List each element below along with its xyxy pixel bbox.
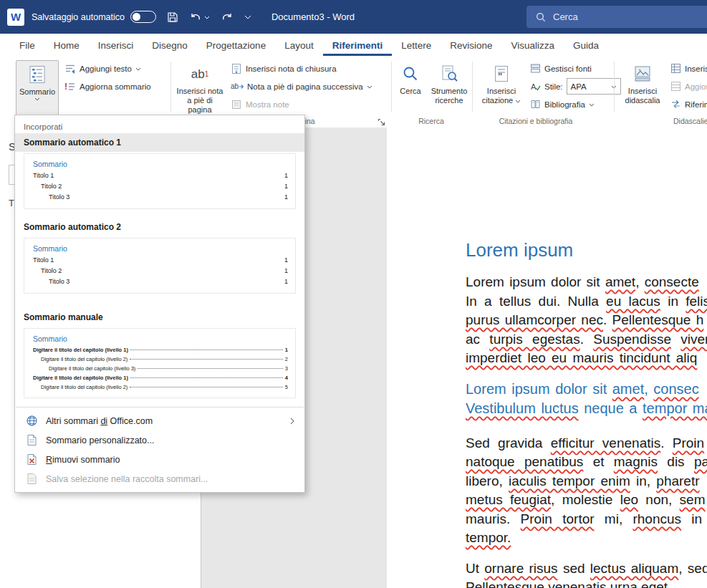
undo-button[interactable] <box>189 11 210 23</box>
toc-gallery-item-auto1[interactable]: Sommario automatico 1 SommarioTitolo 11T… <box>15 133 304 209</box>
didascalia-label-2: didascalia <box>625 96 660 105</box>
gestisci-fonti-label: Gestisci fonti <box>544 64 592 73</box>
chevron-down-icon <box>34 97 40 101</box>
inserisci-nota-button[interactable]: ab1 Inserisci nota a piè di pagina <box>176 60 223 115</box>
tab-disegno[interactable]: Disegno <box>143 34 197 56</box>
riferimento-incrociato-button[interactable]: Riferimento incrociato <box>670 96 707 112</box>
tab-file[interactable]: File <box>10 34 44 56</box>
document-content: Lorem ipsumLorem ipsum dolor sit amet, c… <box>466 238 707 588</box>
aggiorna-tabella-button[interactable]: Aggiorna tabella <box>670 78 707 95</box>
mostra-note-button[interactable]: Mostra note <box>231 96 289 112</box>
mostra-note-label: Mostra note <box>246 100 289 109</box>
group-separator <box>614 62 615 112</box>
tab-layout[interactable]: Layout <box>275 34 323 56</box>
stile-control: A Stile: APA <box>530 78 621 95</box>
footnote-icon: ab1 <box>191 62 208 85</box>
svg-text:A: A <box>531 82 537 91</box>
gestisci-fonti-button[interactable]: Gestisci fonti <box>530 60 592 77</box>
tab-lettere[interactable]: Lettere <box>392 34 441 56</box>
caption-icon <box>633 62 652 85</box>
menu-item-salva-selezione[interactable]: Salva selezione nella raccolta sommari..… <box>15 469 304 488</box>
tab-home[interactable]: Home <box>44 34 89 56</box>
group-label-ricerca: Ricerca <box>418 117 444 125</box>
menu-item-rimuovi-sommario[interactable]: Rimuovi sommario <box>15 450 304 469</box>
sommario-button[interactable]: Sommario <box>16 60 59 116</box>
strumento-ricerche-button[interactable]: Strumento ricerche <box>428 60 470 115</box>
tab-progettazione[interactable]: Progettazione <box>197 34 275 56</box>
autosave-control[interactable]: Salvataggio automatico <box>32 11 156 23</box>
redo-button[interactable] <box>221 11 234 23</box>
cerca-label: Cerca <box>400 87 420 96</box>
citazione-label-2: citazione <box>482 96 513 105</box>
search-icon <box>402 62 419 85</box>
builtin-section-header: Incorporati <box>24 122 296 131</box>
search-box[interactable]: Cerca <box>526 6 707 28</box>
menu-item-sommario-personalizzato[interactable]: Sommario personalizzato... <box>15 430 304 450</box>
didascalia-label-1: Inserisci <box>628 87 657 96</box>
inserisci-citazione-button[interactable]: " Inserisci citazione <box>478 60 524 115</box>
show-notes-icon <box>231 99 242 110</box>
footnote-dialog-launcher[interactable] <box>377 116 386 125</box>
save-button[interactable] <box>167 11 178 23</box>
tab-inserisci[interactable]: Inserisci <box>89 34 143 56</box>
research-tool-icon <box>440 62 458 85</box>
menu-item-altri-sommari[interactable]: Altri sommari di Office.com <box>15 411 304 430</box>
nota-chiusura-button[interactable]: Inserisci nota di chiusura <box>231 60 337 77</box>
tab-revisione[interactable]: Revisione <box>441 34 501 56</box>
toc-preview-auto1: SommarioTitolo 11Titolo 21Titolo 31 <box>24 153 296 209</box>
toc-gallery-item-auto2[interactable]: Sommario automatico 2 SommarioTitolo 11T… <box>15 218 304 294</box>
inserisci-tabella-figure-button[interactable]: Inserisci tabella delle figure <box>670 60 707 77</box>
add-text-icon <box>64 63 76 74</box>
menu-item-label: Rimuovi sommario <box>46 455 120 465</box>
autosave-toggle[interactable] <box>130 11 156 23</box>
tab-visualizza[interactable]: Visualizza <box>502 34 564 56</box>
manage-sources-icon <box>530 63 541 74</box>
aggiungi-testo-label: Aggiungi testo <box>80 64 132 73</box>
gallery-item-label: Sommario manuale <box>15 308 304 327</box>
chevron-down-icon <box>367 85 372 89</box>
bibliografia-label: Bibliografia <box>544 100 585 109</box>
globe-icon <box>25 415 38 427</box>
tab-riferimenti[interactable]: Riferimenti <box>323 34 393 56</box>
cerca-button[interactable]: Cerca <box>395 60 426 115</box>
aggiorna-tabella-label: Aggiorna tabella <box>685 82 707 91</box>
autosave-label: Salvataggio automatico <box>32 12 125 22</box>
bibliografia-button[interactable]: Bibliografia <box>530 96 595 112</box>
group-label-citazioni: Citazioni e bibliografia <box>499 117 573 125</box>
undo-icon <box>189 11 202 23</box>
group-separator <box>170 62 171 112</box>
svg-text:ab: ab <box>231 82 239 90</box>
tabella-figure-label: Inserisci tabella delle figure <box>685 64 707 73</box>
toc-preview-manual: SommarioDigitare il titolo del capitolo … <box>24 328 296 398</box>
nota-chiusura-label: Inserisci nota di chiusura <box>246 64 337 73</box>
update-table-icon <box>670 81 681 92</box>
endnote-icon <box>231 63 242 74</box>
inserisci-didascalia-button[interactable]: Inserisci didascalia <box>620 60 665 115</box>
toc-preview-auto2: SommarioTitolo 11Titolo 21Titolo 31 <box>24 238 296 294</box>
nota-successiva-button[interactable]: ab Nota a piè di pagina successiva <box>231 78 372 95</box>
table-of-figures-icon <box>670 63 681 74</box>
aggiungi-testo-button[interactable]: Aggiungi testo <box>64 60 141 77</box>
inserisci-nota-label-2: a piè di pagina <box>176 96 223 115</box>
citazione-label-1: Inserisci <box>487 87 516 96</box>
toc-dropdown-menu: Incorporati Sommario automatico 1 Sommar… <box>14 115 305 493</box>
chevron-down-icon <box>135 67 141 71</box>
svg-text:!: ! <box>64 82 67 92</box>
next-footnote-icon: ab <box>231 82 244 92</box>
save-gallery-icon <box>25 473 38 485</box>
cross-reference-icon <box>670 99 681 110</box>
document-page[interactable]: Lorem ipsumLorem ipsum dolor sit amet, c… <box>387 127 707 588</box>
word-app-icon[interactable]: W <box>7 9 24 26</box>
tab-guida[interactable]: Guida <box>564 34 608 56</box>
strumento-label-2: ricerche <box>435 96 463 105</box>
inserisci-nota-label-1: Inserisci nota <box>177 87 223 96</box>
update-toc-icon: ! <box>64 81 76 92</box>
undo-chevron-icon <box>204 16 210 19</box>
remove-toc-icon <box>25 453 38 466</box>
group-label-didascalie: Didascalie <box>673 117 707 125</box>
stile-label: Stile: <box>544 82 563 91</box>
stile-select[interactable]: APA <box>567 78 621 95</box>
toc-gallery-item-manual[interactable]: Sommario manuale SommarioDigitare il tit… <box>15 308 304 398</box>
aggiorna-sommario-button[interactable]: ! Aggiorna sommario <box>64 78 151 95</box>
customize-quick-access-button[interactable] <box>244 15 251 19</box>
